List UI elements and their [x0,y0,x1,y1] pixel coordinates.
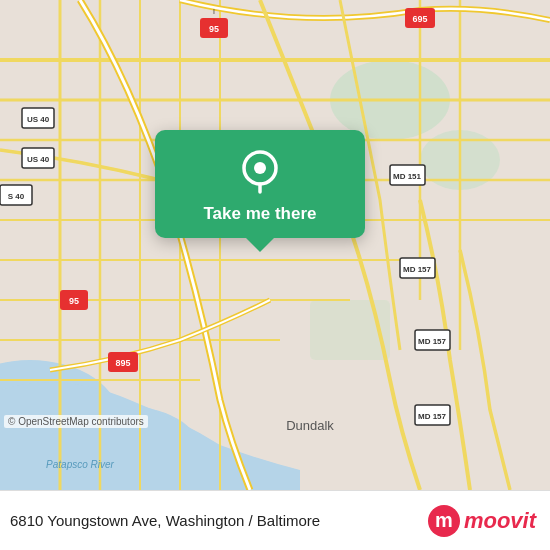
address-label: 6810 Youngstown Ave, Washington / Baltim… [10,512,320,529]
svg-text:895: 895 [115,358,130,368]
moovit-brand-text: moovit [464,508,536,534]
svg-point-48 [254,162,266,174]
svg-text:I: I [213,8,215,15]
location-pin-icon [236,148,284,196]
map-attribution: © OpenStreetMap contributors [4,415,148,428]
svg-text:695: 695 [412,14,427,24]
take-me-there-popup[interactable]: Take me there [155,130,365,238]
svg-text:MD 151: MD 151 [393,172,422,181]
svg-text:MD 157: MD 157 [418,337,447,346]
moovit-m-icon: m [428,505,460,537]
svg-text:95: 95 [209,24,219,34]
svg-text:MD 157: MD 157 [403,265,432,274]
bottom-bar: 6810 Youngstown Ave, Washington / Baltim… [0,490,550,550]
svg-text:US 40: US 40 [27,155,50,164]
svg-text:Patapsco River: Patapsco River [46,459,114,470]
svg-text:Dundalk: Dundalk [286,418,334,433]
moovit-logo: m moovit [428,505,536,537]
svg-text:S 40: S 40 [8,192,25,201]
svg-text:US 40: US 40 [27,115,50,124]
map-container: 95 I 695 US 40 US 40 S 40 895 95 MD 151 … [0,0,550,490]
popup-label: Take me there [203,204,316,224]
svg-text:MD 157: MD 157 [418,412,447,421]
svg-text:95: 95 [69,296,79,306]
